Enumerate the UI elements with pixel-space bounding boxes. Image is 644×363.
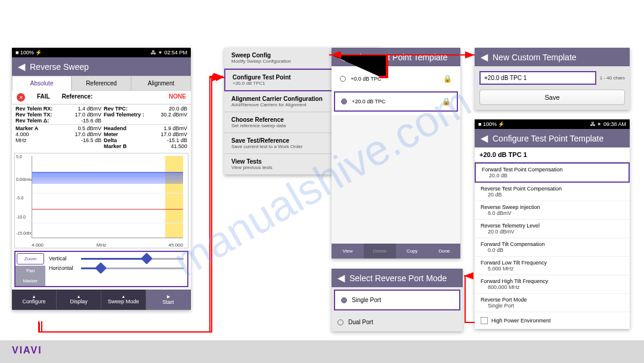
fwd-telemetry-value: 30.2 dBmV — [154, 112, 187, 118]
marker-b-label: Marker B — [101, 143, 144, 149]
x-label: MHz — [97, 242, 106, 248]
marker-a-freq-val: 17.0 dBmV — [69, 131, 101, 137]
panel-new-template: ◀ New Custom Template +20.0 dB TPC 1 1 -… — [475, 48, 630, 110]
port-single[interactable]: Single Port — [334, 290, 460, 310]
back-icon[interactable]: ◀ — [481, 51, 488, 63]
marker-b-freq: 41.500 — [144, 143, 187, 149]
vertical-label: Vertical — [49, 256, 78, 262]
pan-button[interactable]: Pan — [16, 266, 45, 276]
panel-reverse-sweep: ■ 100% ⚡ 🖧 ✶ 02:54 PM ◀ Reverse Sweep Ab… — [12, 48, 191, 310]
marker-button[interactable]: Marker — [16, 276, 45, 286]
headend-value: 1.9 dBmV — [154, 125, 187, 131]
cfg-forward-low-tilt-freq[interactable]: Forward Low Tilt Frequency5.000 MHz — [475, 257, 630, 275]
statusbar: ■ 100% ⚡ 🖧 ✶ 02:54 PM — [12, 48, 191, 57]
char-count: 1 - 40 chars — [600, 75, 625, 81]
template-option-0[interactable]: +0.0 dB TPC 🔒 — [334, 70, 458, 88]
marker-a-value: 0.5 dBmV — [69, 125, 101, 131]
cfg-reverse-telemetry-level[interactable]: Reverse Telemetry Level20.0 dBmV — [475, 220, 630, 238]
action-bar: View Delete Copy Done — [332, 244, 460, 259]
cfg-reverse-port-mode[interactable]: Reverse Port ModeSingle Port — [475, 294, 630, 312]
tab-referenced[interactable]: Referenced — [72, 76, 131, 91]
status-battery: ■ 100% ⚡ — [16, 50, 42, 56]
radio-icon — [341, 297, 347, 303]
bottom-nav: ▲Configure ▲Display ▲Sweep Mode ▶Start — [12, 290, 191, 310]
rev-telem-tx-label: Rev Telem TX: — [16, 112, 69, 118]
sweep-chart[interactable]: 5.0 0.0dbmv -5.0 -10.0 -15.0dbmv 4.000 M… — [14, 153, 188, 248]
radio-icon — [340, 76, 346, 82]
template-header: +20.0 dB TPC 1 — [475, 147, 630, 162]
cfg-reverse-tpc[interactable]: Reverse Test Point Compensation20 dB — [475, 183, 630, 201]
status-time: 🖧 ✶ 02:54 PM — [151, 50, 187, 56]
radio-icon — [338, 319, 343, 325]
high-power-checkbox-row[interactable]: High Power Environment — [475, 312, 630, 329]
template-option-1[interactable]: +20.0 dB TPC 🔒 — [334, 91, 458, 112]
done-button[interactable]: Done — [428, 244, 460, 259]
lock-icon: 🔒 — [443, 75, 452, 83]
fwd-telemetry-label: Fwd Telemetry : — [101, 112, 154, 118]
meter-label: Meter — [101, 131, 154, 137]
y-tick-1: 0.0dbmv — [16, 177, 32, 182]
sweep-mode-button[interactable]: ▲Sweep Mode — [101, 290, 146, 310]
rev-telem-delta-value: -15.6 dB — [69, 118, 101, 124]
panel-configure-template: ■ 100% ⚡ 🖧 ✶ 09:38 AM ◀ Configure Test P… — [475, 119, 630, 329]
back-icon[interactable]: ◀ — [481, 133, 488, 144]
status-time: 🖧 ✶ 09:38 AM — [590, 121, 626, 127]
rev-tpc-label: Rev TPC: — [101, 106, 154, 112]
titlebar-c: ◀ Select Test Point Template — [332, 48, 460, 66]
tab-alignment[interactable]: Alignment — [131, 76, 191, 91]
copy-button[interactable]: Copy — [396, 244, 428, 259]
port-dual[interactable]: Dual Port — [332, 313, 463, 331]
status-battery: ■ 100% ⚡ — [478, 121, 504, 127]
cfg-forward-high-tilt-freq[interactable]: Forward High Tilt Frequency800.000 MHz — [475, 275, 630, 294]
title-text: Reverse Sweep — [30, 62, 89, 72]
zoom-button[interactable]: Zoom — [17, 253, 44, 264]
x-tick-1: 45.000 — [169, 242, 183, 248]
panel-select-template: ◀ Select Test Point Template +0.0 dB TPC… — [332, 48, 460, 259]
save-button[interactable]: Save — [479, 90, 625, 105]
marker-a-label: Marker A — [16, 125, 69, 131]
radio-icon — [341, 99, 347, 104]
reference-label: Reference: — [62, 93, 93, 101]
horizontal-slider[interactable] — [81, 267, 184, 269]
fail-label: FAIL — [37, 93, 50, 101]
tabs: Absolute Referenced Alignment — [12, 76, 191, 91]
y-tick-3: -10.0 — [16, 215, 26, 219]
delta-label: Delta — [101, 137, 154, 143]
cfg-forward-tpc[interactable]: Forward Test Point Compensation20.0 dB — [475, 162, 630, 183]
display-button[interactable]: ▲Display — [57, 290, 101, 310]
cfg-forward-tilt-comp[interactable]: Forward Tilt Compensation0.0 dB — [475, 238, 630, 257]
start-button[interactable]: ▶Start — [146, 290, 191, 310]
marker-a-freq: 4.000 — [16, 131, 69, 137]
vertical-slider[interactable] — [81, 258, 184, 260]
mhz-label: MHz — [16, 137, 69, 143]
cfg-reverse-sweep-injection[interactable]: Reverse Sweep Injection8.0 dBmV — [475, 201, 630, 220]
tab-absolute[interactable]: Absolute — [12, 76, 72, 91]
headend-label: Headend — [101, 125, 154, 131]
checkbox-icon[interactable] — [481, 317, 488, 324]
telemetry-grid: Rev Telem RX: 1.4 dBmV Rev TPC: 20.0 dB … — [12, 104, 191, 150]
reference-value: NONE — [169, 93, 186, 101]
title-text: New Custom Template — [493, 53, 577, 62]
view-button[interactable]: View — [332, 244, 364, 259]
back-icon[interactable]: ◀ — [18, 61, 25, 72]
x-tick-0: 4.000 — [32, 242, 44, 248]
delta-value: -15.1 dB — [154, 137, 187, 143]
back-icon[interactable]: ◀ — [338, 272, 345, 284]
fail-icon: ✕ — [17, 93, 25, 101]
titlebar-d: ◀ New Custom Template — [475, 48, 630, 66]
y-tick-0: 5.0 — [16, 155, 22, 159]
titlebar-e: ◀ Configure Test Point Template — [475, 129, 630, 147]
rev-telem-tx-value: 17.0 dBmV — [69, 112, 101, 118]
template-name-input[interactable]: +20.0 dB TPC 1 — [479, 71, 596, 85]
meter-value: 17.0 dBmV — [154, 131, 187, 137]
gain-value: -16.5 dB — [69, 137, 101, 143]
configure-button[interactable]: ▲Configure — [12, 290, 57, 310]
chart-controls: Zoom Pan Marker Vertical Horizontal — [14, 251, 188, 287]
statusbar-e: ■ 100% ⚡ 🖧 ✶ 09:38 AM — [475, 119, 630, 129]
titlebar: ◀ Reverse Sweep — [12, 57, 191, 76]
delete-button: Delete — [364, 244, 396, 259]
fail-row: ✕ FAIL Reference: NONE — [12, 91, 191, 104]
titlebar-f: ◀ Select Reverse Port Mode — [332, 269, 463, 287]
back-icon[interactable]: ◀ — [338, 51, 345, 63]
rev-tpc-value: 20.0 dB — [154, 106, 187, 112]
